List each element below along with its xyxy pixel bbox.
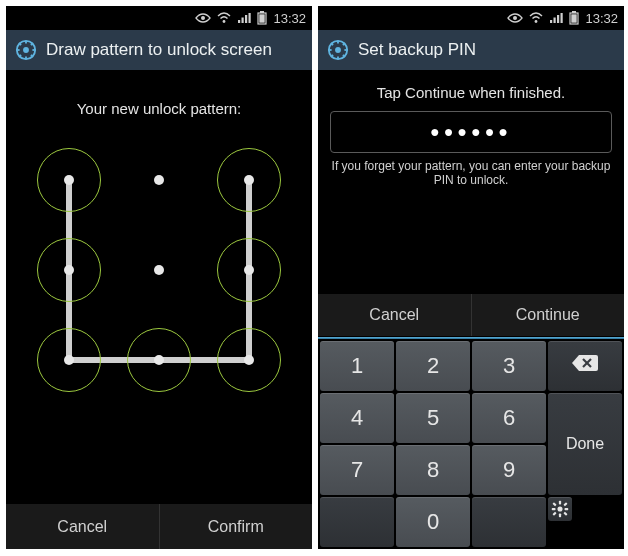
key-5[interactable]: 5 <box>396 393 470 443</box>
wifi-icon <box>217 12 231 24</box>
pattern-dot-halo <box>217 148 281 212</box>
pattern-dot-halo <box>37 328 101 392</box>
status-clock: 13:32 <box>273 11 306 26</box>
pattern-prompt: Your new unlock pattern: <box>6 100 312 117</box>
svg-rect-21 <box>550 20 552 23</box>
svg-rect-41 <box>559 501 561 505</box>
pattern-dot-halo <box>127 328 191 392</box>
svg-rect-48 <box>552 512 556 516</box>
status-bar: 13:32 <box>318 6 624 30</box>
signal-icon <box>549 12 563 24</box>
cancel-button[interactable]: Cancel <box>318 294 472 336</box>
pattern-content: Your new unlock pattern: <box>6 70 312 504</box>
pin-action-bar: Cancel Continue <box>318 293 624 337</box>
svg-rect-46 <box>563 512 567 516</box>
confirm-button[interactable]: Confirm <box>160 504 313 549</box>
key-0[interactable]: 0 <box>396 497 470 547</box>
key-blank <box>320 497 394 547</box>
cancel-button[interactable]: Cancel <box>6 504 160 549</box>
svg-rect-44 <box>565 508 569 510</box>
svg-rect-23 <box>557 15 559 23</box>
eye-icon <box>195 12 211 24</box>
pin-input[interactable]: ●●●●●● <box>330 111 612 153</box>
svg-rect-27 <box>572 14 577 22</box>
pattern-dot-halo <box>37 148 101 212</box>
svg-rect-3 <box>242 18 244 24</box>
wifi-icon <box>529 12 543 24</box>
key-7[interactable]: 7 <box>320 445 394 495</box>
key-backspace[interactable] <box>548 341 622 391</box>
pattern-dot-halo <box>217 238 281 302</box>
pin-hint: If you forget your pattern, you can ente… <box>318 159 624 187</box>
continue-button[interactable]: Continue <box>472 294 625 336</box>
title-bar: Draw pattern to unlock screen <box>6 30 312 71</box>
key-2[interactable]: 2 <box>396 341 470 391</box>
svg-rect-24 <box>561 13 563 23</box>
backspace-icon <box>570 353 600 379</box>
pattern-dot-halo <box>217 328 281 392</box>
signal-icon <box>237 12 251 24</box>
svg-rect-8 <box>260 14 265 22</box>
svg-rect-4 <box>245 15 247 23</box>
status-bar: 13:32 <box>6 6 312 30</box>
pin-content: Tap Continue when finished. ●●●●●● If yo… <box>318 70 624 549</box>
key-3[interactable]: 3 <box>472 341 546 391</box>
svg-rect-42 <box>559 514 561 518</box>
key-9[interactable]: 9 <box>472 445 546 495</box>
settings-gear-icon <box>326 38 350 62</box>
pattern-grid[interactable] <box>39 150 279 390</box>
svg-rect-43 <box>552 508 556 510</box>
screen-title: Set backup PIN <box>358 40 476 60</box>
svg-point-10 <box>23 47 29 53</box>
pin-value: ●●●●●● <box>430 123 512 141</box>
key-done[interactable]: Done <box>548 393 622 495</box>
battery-icon <box>257 11 267 25</box>
svg-rect-22 <box>554 18 556 24</box>
key-8[interactable]: 8 <box>396 445 470 495</box>
svg-rect-45 <box>552 502 556 506</box>
svg-point-40 <box>557 506 562 511</box>
key-6[interactable]: 6 <box>472 393 546 443</box>
phone-pattern-unlock: 13:32 Draw pattern to unlock screen Yo <box>6 6 312 549</box>
svg-point-19 <box>513 16 517 20</box>
eye-icon <box>507 12 523 24</box>
settings-gear-icon <box>14 38 38 62</box>
action-bar: Cancel Confirm <box>6 503 312 549</box>
battery-icon <box>569 11 579 25</box>
screen-title: Draw pattern to unlock screen <box>46 40 272 60</box>
pin-prompt: Tap Continue when finished. <box>318 84 624 101</box>
pattern-dot[interactable] <box>154 175 164 185</box>
key-blank <box>472 497 546 547</box>
numeric-keypad: 1 2 3 4 5 6 Done 7 8 <box>318 339 624 549</box>
title-bar: Set backup PIN <box>318 30 624 71</box>
key-4[interactable]: 4 <box>320 393 394 443</box>
gear-icon <box>550 499 570 519</box>
svg-rect-47 <box>563 502 567 506</box>
svg-rect-5 <box>249 13 251 23</box>
key-settings[interactable] <box>548 497 572 521</box>
svg-point-0 <box>201 16 205 20</box>
svg-rect-2 <box>238 20 240 23</box>
pattern-dot[interactable] <box>154 265 164 275</box>
pattern-dot-halo <box>37 238 101 302</box>
key-1[interactable]: 1 <box>320 341 394 391</box>
status-clock: 13:32 <box>585 11 618 26</box>
svg-point-20 <box>535 20 538 23</box>
svg-point-29 <box>335 47 341 53</box>
phone-backup-pin: 13:32 Set backup PIN Tap Cont <box>318 6 624 549</box>
svg-point-1 <box>223 20 226 23</box>
